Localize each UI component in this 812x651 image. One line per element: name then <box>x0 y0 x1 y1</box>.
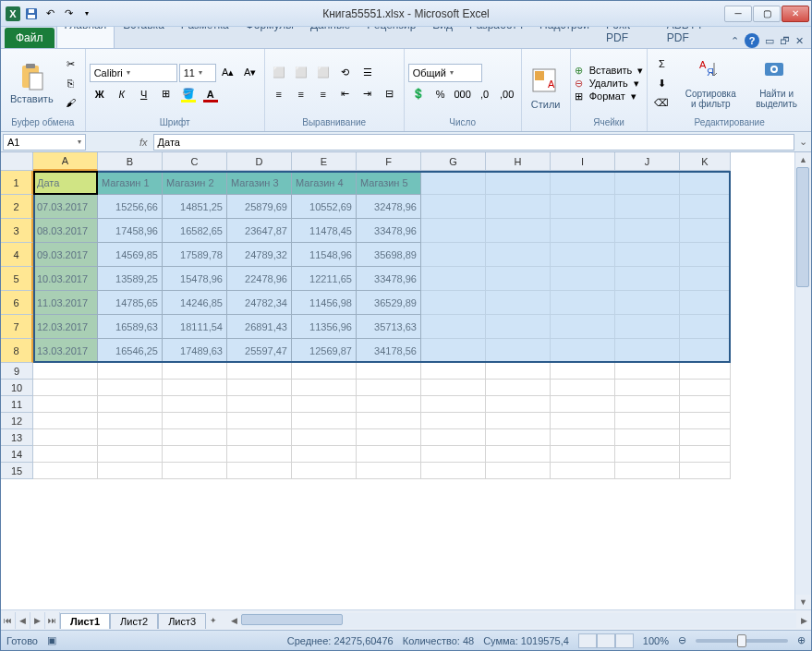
cell-F15[interactable] <box>357 463 421 479</box>
cell-J11[interactable] <box>615 396 680 413</box>
name-box[interactable]: A1▾ <box>3 134 86 151</box>
row-header-9[interactable]: 9 <box>1 363 33 380</box>
cell-F6[interactable]: 36529,89 <box>357 291 421 315</box>
font-size-combo[interactable]: 11▾ <box>179 64 216 82</box>
cell-D2[interactable]: 25879,69 <box>227 195 292 219</box>
help-icon[interactable]: ? <box>745 33 759 48</box>
fx-icon[interactable]: fx <box>134 137 153 148</box>
cell-D1[interactable]: Магазин 3 <box>227 171 292 195</box>
cell-E5[interactable]: 12211,65 <box>292 267 357 291</box>
cell-H11[interactable] <box>486 396 551 413</box>
row-header-8[interactable]: 8 <box>1 339 33 363</box>
view-normal-icon[interactable] <box>578 633 597 648</box>
cell-H14[interactable] <box>486 446 551 463</box>
close-button[interactable]: ✕ <box>782 6 809 22</box>
currency-icon[interactable]: 💲 <box>408 85 429 103</box>
cell-F14[interactable] <box>357 446 421 463</box>
zoom-in-icon[interactable]: ⊕ <box>797 634 806 646</box>
cell-C11[interactable] <box>163 396 227 413</box>
orientation-icon[interactable]: ⟲ <box>335 64 356 82</box>
cell-I15[interactable] <box>551 463 615 479</box>
row-header-10[interactable]: 10 <box>1 380 33 396</box>
redo-icon[interactable]: ↷ <box>60 6 77 22</box>
cell-E6[interactable]: 11456,98 <box>292 291 357 315</box>
cell-B7[interactable]: 16589,63 <box>98 315 163 339</box>
cell-I7[interactable] <box>551 315 615 339</box>
ribbon-restore-icon[interactable]: 🗗 <box>780 35 790 46</box>
cell-K11[interactable] <box>680 396 731 413</box>
delete-cells-button[interactable]: ⊖ Удалить▾ <box>575 78 644 90</box>
cell-H4[interactable] <box>486 243 551 267</box>
row-header-2[interactable]: 2 <box>1 195 33 219</box>
cut-icon[interactable]: ✂ <box>61 54 81 73</box>
cell-D3[interactable]: 23647,87 <box>227 219 292 243</box>
cell-C10[interactable] <box>163 380 227 396</box>
col-header-C[interactable]: C <box>163 152 227 171</box>
cell-C1[interactable]: Магазин 2 <box>163 171 227 195</box>
sheet-nav-first[interactable]: ⏮ <box>1 612 16 629</box>
cell-H15[interactable] <box>486 463 551 479</box>
cell-B12[interactable] <box>98 413 163 429</box>
cell-B5[interactable]: 13589,25 <box>98 267 163 291</box>
new-sheet-icon[interactable]: ✦ <box>206 612 221 629</box>
cell-A15[interactable] <box>33 463 98 479</box>
col-header-G[interactable]: G <box>421 152 486 171</box>
cell-B2[interactable]: 15256,66 <box>98 195 163 219</box>
inc-decimal-icon[interactable]: ,0 <box>475 85 495 103</box>
fill-color-icon[interactable]: 🪣 <box>178 85 199 103</box>
cell-D4[interactable]: 24789,32 <box>227 243 292 267</box>
cell-B1[interactable]: Магазин 1 <box>98 171 163 195</box>
minimize-button[interactable]: ─ <box>724 6 752 22</box>
zoom-slider[interactable] <box>696 639 788 643</box>
cell-A12[interactable] <box>33 413 98 429</box>
cell-D15[interactable] <box>227 463 292 479</box>
sheet-nav-prev[interactable]: ◀ <box>16 612 30 629</box>
cell-E4[interactable]: 11548,96 <box>292 243 357 267</box>
grow-font-icon[interactable]: A▴ <box>218 64 238 82</box>
cell-G12[interactable] <box>421 413 486 429</box>
cell-E9[interactable] <box>292 363 357 380</box>
cell-I14[interactable] <box>551 446 615 463</box>
cell-C2[interactable]: 14851,25 <box>163 195 227 219</box>
cell-J5[interactable] <box>615 267 680 291</box>
cell-A3[interactable]: 08.03.2017 <box>33 219 98 243</box>
col-header-K[interactable]: K <box>680 152 731 171</box>
clear-icon[interactable]: ⌫ <box>651 93 672 112</box>
view-layout-icon[interactable] <box>597 633 615 648</box>
indent-dec-icon[interactable]: ⇤ <box>335 85 356 103</box>
cell-G2[interactable] <box>421 195 486 219</box>
cell-K10[interactable] <box>680 380 731 396</box>
cell-J2[interactable] <box>615 195 680 219</box>
cell-E11[interactable] <box>292 396 357 413</box>
cell-H1[interactable] <box>486 171 551 195</box>
cell-D11[interactable] <box>227 396 292 413</box>
align-bottom-icon[interactable]: ⬜ <box>313 64 333 82</box>
cell-I2[interactable] <box>551 195 615 219</box>
cell-E15[interactable] <box>292 463 357 479</box>
border-icon[interactable]: ⊞ <box>156 85 176 103</box>
align-center-icon[interactable]: ≡ <box>291 85 311 103</box>
view-pagebreak-icon[interactable] <box>615 633 634 648</box>
cell-C4[interactable]: 17589,78 <box>163 243 227 267</box>
cell-F8[interactable]: 34178,56 <box>357 339 421 363</box>
cell-I10[interactable] <box>551 380 615 396</box>
cell-D6[interactable]: 24782,34 <box>227 291 292 315</box>
number-format-combo[interactable]: Общий▾ <box>408 64 482 82</box>
cell-A4[interactable]: 09.03.2017 <box>33 243 98 267</box>
cell-D7[interactable]: 26891,43 <box>227 315 292 339</box>
cell-E1[interactable]: Магазин 4 <box>292 171 357 195</box>
cell-H5[interactable] <box>486 267 551 291</box>
cell-E12[interactable] <box>292 413 357 429</box>
cell-F4[interactable]: 35698,89 <box>357 243 421 267</box>
ribbon-min-icon[interactable]: ▭ <box>765 35 774 47</box>
cell-D12[interactable] <box>227 413 292 429</box>
cell-J13[interactable] <box>615 429 680 446</box>
cell-F10[interactable] <box>357 380 421 396</box>
cell-C6[interactable]: 14246,85 <box>163 291 227 315</box>
col-header-E[interactable]: E <box>292 152 357 171</box>
cell-K9[interactable] <box>680 363 731 380</box>
cell-I12[interactable] <box>551 413 615 429</box>
cell-I5[interactable] <box>551 267 615 291</box>
cell-I8[interactable] <box>551 339 615 363</box>
cell-K12[interactable] <box>680 413 731 429</box>
